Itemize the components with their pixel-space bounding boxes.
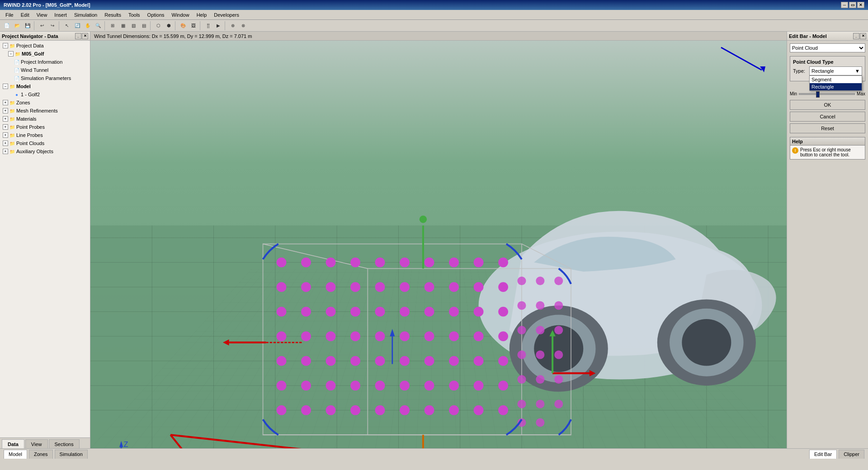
toolbar-extra1[interactable]: ⊕ [228,21,238,31]
toolbar-fit[interactable]: ⊞ [108,21,118,31]
tree-item-model[interactable]: − 📁 Model [1,82,89,90]
reset-button[interactable]: Reset [790,123,865,133]
menu-help[interactable]: Help [193,11,211,19]
tree-label-sim-params: Simulation Parameters [21,75,71,81]
status-clipper[interactable]: Clipper [839,450,864,459]
toolbar-open[interactable]: 📂 [12,21,22,31]
tree-item-auxiliary-objects[interactable]: + 📁 Auxiliary Objects [1,147,89,155]
svg-point-114 [517,350,526,359]
toolbar-redo[interactable]: ↪ [47,21,57,31]
tree-expand-point-probes[interactable]: + [3,124,8,130]
tree-item-sim-params[interactable]: 📄 Simulation Parameters [1,74,89,82]
toolbar-rotate[interactable]: 🔄 [72,21,82,31]
point-clouds-icon: 📁 [9,140,15,146]
ok-button[interactable]: OK [790,100,865,110]
menu-file[interactable]: File [2,11,17,19]
tree-expand-project-data[interactable]: − [3,43,8,48]
right-panel-float[interactable]: _ [853,33,859,39]
line-probes-icon: 📁 [9,132,15,138]
toolbar-zoom[interactable]: 🔍 [93,21,103,31]
restore-btn[interactable]: ▭ [849,2,856,8]
tree-expand-model[interactable]: − [3,84,8,89]
right-panel-close[interactable]: ✕ [860,33,866,39]
toolbar-mesh[interactable]: ⣿ [203,21,213,31]
toolbar-front[interactable]: ▦ [118,21,128,31]
menu-simulation[interactable]: Simulation [71,11,101,19]
tree-item-wind-tunnel[interactable]: 📄 Wind Tunnel [1,66,89,74]
tree-expand-auxiliary[interactable]: + [3,149,8,154]
type-dropdown-trigger[interactable]: Rectangle ▼ [809,66,862,75]
tree-expand-zones[interactable]: + [3,100,8,105]
svg-point-71 [425,331,434,341]
scene-3d[interactable]: Z Y X [90,41,787,448]
menu-developers[interactable]: Developers [210,11,243,19]
menu-window[interactable]: Window [168,11,193,19]
status-tab-simulation[interactable]: Simulation [55,450,88,459]
tree-item-materials[interactable]: + 📁 Materials [1,115,89,123]
toolbar-wireframe[interactable]: ⬡ [153,21,163,31]
toolbar-sim[interactable]: ▶ [213,21,223,31]
cancel-button[interactable]: Cancel [790,112,865,122]
tree-item-zones[interactable]: + 📁 Zones [1,99,89,107]
menu-tools[interactable]: Tools [125,11,144,19]
tree-expand-point-clouds[interactable]: + [3,141,8,146]
tree-expand-m05-golf[interactable]: − [8,51,14,56]
slider-thumb[interactable] [816,91,820,98]
svg-point-37 [326,258,336,268]
tree-item-point-probes[interactable]: + 📁 Point Probes [1,123,89,131]
option-segment[interactable]: Segment [810,76,862,83]
tree-item-m05-golf[interactable]: − 📁 M05_Golf [1,50,89,58]
slider-track[interactable] [799,93,855,95]
svg-point-79 [375,356,385,366]
tab-view[interactable]: View [25,439,48,448]
svg-point-87 [326,381,336,390]
tree-item-golf2[interactable]: ● 1 - Golf2 [1,90,89,99]
viewport-dimensions: Wind Tunnel Dimensions: Dx = 15.599 m, D… [94,33,252,39]
minimize-btn[interactable]: ─ [841,2,848,8]
type-label: Type: [793,68,807,74]
tree-expand-mesh[interactable]: + [3,108,8,113]
tree-item-mesh-refinements[interactable]: + 📁 Mesh Refinements [1,107,89,115]
left-panel: Project Navigator - Data _ ✕ − 📁 Project… [0,32,90,448]
toolbar-render2[interactable]: 🖼 [189,21,198,31]
left-panel-float[interactable]: _ [75,33,81,39]
toolbar-extra2[interactable]: ⊗ [238,21,248,31]
toolbar-undo[interactable]: ↩ [37,21,47,31]
tree-expand-materials[interactable]: + [3,116,8,122]
status-edit-bar[interactable]: Edit Bar [809,450,837,459]
left-panel-close[interactable]: ✕ [82,33,88,39]
menu-options[interactable]: Options [144,11,168,19]
menu-insert[interactable]: Insert [51,11,71,19]
auxiliary-icon: 📁 [9,148,15,155]
toolbar-solid[interactable]: ⬢ [164,21,174,31]
tree-item-project-data[interactable]: − 📁 Project Data [1,42,89,50]
svg-point-98 [350,405,360,415]
option-rectangle[interactable]: Rectangle [810,83,862,90]
toolbar-side[interactable]: ▧ [128,21,138,31]
tree-item-point-clouds[interactable]: + 📁 Point Clouds [1,139,89,147]
toolbar-top[interactable]: ▤ [139,21,149,31]
tree-label-materials: Materials [16,116,37,122]
menu-edit[interactable]: Edit [17,11,33,19]
tree-expand-line-probes[interactable]: + [3,132,8,138]
menu-view[interactable]: View [33,11,51,19]
close-btn[interactable]: ✕ [857,2,864,8]
svg-point-45 [277,282,287,292]
point-cloud-select[interactable]: Point Cloud [790,43,865,52]
materials-icon: 📁 [9,116,15,122]
toolbar-render1[interactable]: 🎨 [178,21,188,31]
status-tab-model[interactable]: Model [4,450,27,459]
toolbar-new[interactable]: 📄 [2,21,12,31]
type-dropdown[interactable]: Rectangle ▼ Segment Rectangle [809,66,862,75]
svg-point-44 [498,258,508,268]
tree-item-line-probes[interactable]: + 📁 Line Probes [1,131,89,139]
tab-data[interactable]: Data [2,439,24,448]
menu-results[interactable]: Results [101,11,125,19]
status-tab-zones[interactable]: Zones [29,450,53,459]
toolbar-pan[interactable]: ✋ [83,21,93,31]
tree-item-project-info[interactable]: 📄 Project Information [1,58,89,66]
toolbar-select[interactable]: ↖ [62,21,72,31]
tab-sections[interactable]: Sections [49,439,80,448]
toolbar-save[interactable]: 💾 [23,21,33,31]
viewport: Wind Tunnel Dimensions: Dx = 15.599 m, D… [90,32,787,448]
